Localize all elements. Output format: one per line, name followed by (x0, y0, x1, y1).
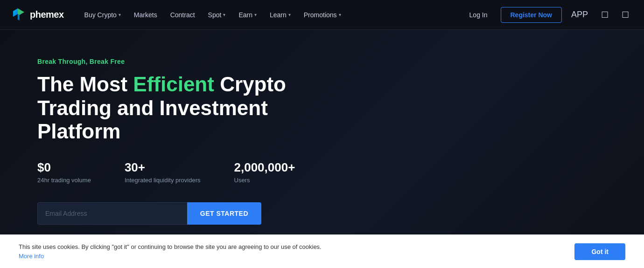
chevron-down-icon: ▾ (254, 12, 257, 17)
nav-right: Log In Register Now APP ☐ ☐ (462, 7, 633, 23)
hero-tagline: Break Through, Break Free (37, 58, 607, 65)
nav-contract[interactable]: Contract (165, 7, 201, 22)
desktop-icon[interactable]: ☐ (618, 8, 633, 22)
chevron-down-icon: ▾ (223, 12, 225, 17)
phone-icon[interactable]: ☐ (597, 8, 612, 22)
chevron-down-icon: ▾ (339, 12, 341, 17)
logo[interactable]: phemex (11, 7, 64, 22)
hero-title: The Most Efficient Crypto Trading and In… (37, 73, 299, 144)
nav-markets[interactable]: Markets (128, 7, 163, 22)
hero-section: Break Through, Break Free The Most Effic… (0, 30, 644, 253)
stat-users: 2,000,000+ Users (234, 160, 295, 184)
stat-volume: $0 24hr trading volume (37, 160, 91, 184)
more-info-link[interactable]: More info (19, 253, 44, 260)
nav-spot[interactable]: Spot ▾ (203, 7, 231, 22)
register-button[interactable]: Register Now (501, 7, 562, 23)
cookie-banner: This site uses cookies. By clicking "got… (0, 234, 644, 268)
chevron-down-icon: ▾ (119, 12, 121, 17)
navbar: phemex Buy Crypto ▾ Markets Contract Spo… (0, 0, 644, 30)
app-label[interactable]: APP (567, 8, 592, 21)
nav-links: Buy Crypto ▾ Markets Contract Spot ▾ Ear… (79, 7, 462, 22)
stat-liquidity: 30+ Integrated liquidity providers (125, 160, 201, 184)
get-started-button[interactable]: GET STARTED (187, 202, 261, 225)
login-button[interactable]: Log In (462, 7, 495, 22)
svg-marker-0 (13, 8, 18, 17)
got-it-button[interactable]: Got it (574, 243, 625, 260)
svg-marker-2 (18, 14, 20, 21)
chevron-down-icon: ▾ (288, 12, 291, 17)
logo-icon (11, 7, 26, 22)
logo-text: phemex (30, 9, 64, 20)
svg-marker-1 (18, 8, 24, 15)
email-input[interactable] (37, 202, 187, 225)
cookie-text: This site uses cookies. By clicking "got… (19, 242, 322, 261)
nav-promotions[interactable]: Promotions ▾ (298, 7, 347, 22)
nav-buy-crypto[interactable]: Buy Crypto ▾ (79, 7, 126, 22)
hero-cta: GET STARTED (37, 202, 261, 225)
nav-earn[interactable]: Earn ▾ (233, 7, 262, 22)
hero-stats: $0 24hr trading volume 30+ Integrated li… (37, 160, 607, 184)
nav-learn[interactable]: Learn ▾ (264, 7, 296, 22)
